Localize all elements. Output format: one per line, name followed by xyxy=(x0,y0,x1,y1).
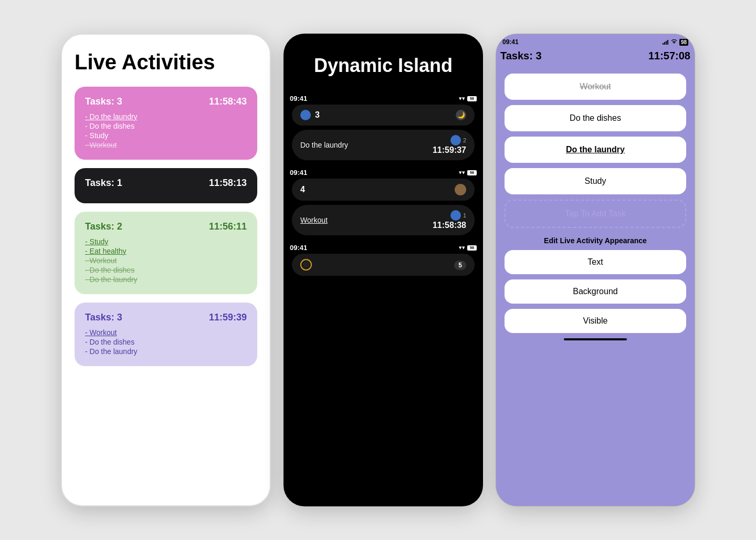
status-bar-2: 09:41 ▾▾ 98 xyxy=(284,167,483,179)
status-bar-1: 09:41 ▾▾ 98 xyxy=(284,92,483,105)
dark-time-label: 11:58:13 xyxy=(209,178,247,189)
dot-icon-blue-2 xyxy=(450,135,461,146)
task-button-laundry[interactable]: Do the laundry xyxy=(505,137,686,163)
appearance-button-visible-label: Visible xyxy=(583,316,608,325)
task-button-label-dishes: Do the dishes xyxy=(570,113,621,122)
pill-left-task-2: Workout xyxy=(300,216,328,224)
dynamic-pill-compact-2: 4 xyxy=(292,179,475,201)
battery-icon-3: 98 xyxy=(467,245,477,251)
task-button-label-study: Study xyxy=(585,176,606,185)
list-item: - Do the laundry xyxy=(85,275,247,284)
pill-right-2 xyxy=(455,184,466,195)
pill-right-task-2: 1 11:58:38 xyxy=(433,210,466,230)
pill-left-1: 3 xyxy=(300,110,320,120)
list-item: - Eat healthy xyxy=(85,247,247,255)
screen3-clock: 11:57:08 xyxy=(648,50,690,62)
screen3-phone: 09:41 98 Tasks: 3 11:57:08 Workout D xyxy=(496,34,695,506)
list-item: - Do the dishes xyxy=(85,266,247,274)
screen3-status-time: 09:41 xyxy=(502,38,519,46)
ring-icon-1 xyxy=(300,259,312,271)
list-item: - Do the dishes xyxy=(85,338,247,346)
pill-right-1: 🌙 xyxy=(456,110,466,120)
wifi-icon-3 xyxy=(671,39,677,45)
purple-task-list: - Workout - Do the dishes - Do the laund… xyxy=(85,328,247,356)
wifi-icon-3: ▾▾ xyxy=(459,244,465,251)
task-button-study[interactable]: Study xyxy=(505,168,686,194)
add-task-label: Tap To Add Task xyxy=(565,209,626,218)
screen3-header: Tasks: 3 11:57:08 xyxy=(496,48,695,68)
dynamic-pill-expanded-2: Workout 1 11:58:38 xyxy=(292,205,475,235)
status-icons-1: ▾▾ 98 xyxy=(459,95,477,102)
activity-card-purple: Tasks: 3 11:59:39 - Workout - Do the dis… xyxy=(75,303,257,366)
pill-left-task-1: Do the laundry xyxy=(300,141,348,149)
pill-count-num-2: 1 xyxy=(463,212,466,219)
pink-tasks-label: Tasks: 3 xyxy=(85,96,122,107)
svg-rect-0 xyxy=(663,43,664,45)
appearance-button-visible[interactable]: Visible xyxy=(505,309,686,333)
list-item: - Study xyxy=(85,237,247,246)
pill-right-3: 5 xyxy=(454,260,466,269)
screen2-title: Dynamic Island xyxy=(284,34,483,92)
pill-count-2: 1 xyxy=(433,210,466,221)
list-item: - Do the laundry xyxy=(85,112,247,121)
avatar-icon-1 xyxy=(455,184,466,195)
wifi-icon-2: ▾▾ xyxy=(459,169,465,176)
dot-icon-blue-1 xyxy=(300,110,311,120)
dark-tasks-label: Tasks: 1 xyxy=(85,178,122,189)
list-item: - Study xyxy=(85,131,247,140)
green-tasks-label: Tasks: 2 xyxy=(85,221,122,232)
battery-icon-2: 98 xyxy=(467,170,477,175)
task-button-dishes[interactable]: Do the dishes xyxy=(505,105,686,131)
pill-expanded-time-1: 11:59:37 xyxy=(433,146,466,155)
battery-badge-3: 98 xyxy=(679,39,688,46)
appearance-button-text[interactable]: Text xyxy=(505,250,686,274)
purple-time-label: 11:59:39 xyxy=(209,312,247,323)
task-button-label-laundry: Do the laundry xyxy=(566,145,625,154)
svg-rect-3 xyxy=(667,40,668,45)
screen3-statusbar: 09:41 98 xyxy=(496,34,695,48)
screen3-tasks-count: Tasks: 3 xyxy=(500,50,542,62)
appearance-button-background[interactable]: Background xyxy=(505,279,686,304)
pill-task-text-2: Workout xyxy=(300,216,328,224)
purple-tasks-label: Tasks: 3 xyxy=(85,312,122,323)
pill-count-1: 2 xyxy=(433,135,466,146)
pill-count-num-1: 2 xyxy=(463,137,466,143)
list-item: - Do the laundry xyxy=(85,347,247,356)
activity-card-dark: Tasks: 1 11:58:13 xyxy=(75,168,257,203)
moon-icon-1: 🌙 xyxy=(456,110,466,120)
number-bubble-1: 5 xyxy=(454,261,466,270)
pill-right-task-1: 2 11:59:37 xyxy=(433,135,466,155)
signal-icon xyxy=(663,39,669,45)
status-icons-3: ▾▾ 98 xyxy=(459,244,477,251)
pill-task-text-1: Do the laundry xyxy=(300,141,348,149)
battery-icon: 98 xyxy=(467,96,477,101)
svg-rect-1 xyxy=(664,42,665,45)
task-button-workout[interactable]: Workout xyxy=(505,74,686,100)
list-item: - Workout xyxy=(85,328,247,337)
home-indicator xyxy=(564,338,627,340)
screen3-status-icons: 98 xyxy=(663,39,688,46)
status-icons-2: ▾▾ 98 xyxy=(459,169,477,176)
pill-expanded-time-2: 11:58:38 xyxy=(433,221,466,230)
screen3-content: Workout Do the dishes Do the laundry Stu… xyxy=(496,68,695,356)
pink-task-list: - Do the laundry - Do the dishes - Study… xyxy=(85,112,247,149)
pill-left-3 xyxy=(300,259,312,271)
dynamic-pill-expanded-1: Do the laundry 2 11:59:37 xyxy=(292,130,475,160)
pill-count-text-1: 3 xyxy=(315,110,320,120)
add-task-button[interactable]: Tap To Add Task xyxy=(505,200,686,228)
list-item: - Do the dishes xyxy=(85,122,247,130)
pill-left-2: 4 xyxy=(300,185,305,194)
screen1-title: Live Activities xyxy=(75,50,257,74)
status-time-2: 09:41 xyxy=(290,169,307,176)
status-bar-3: 09:41 ▾▾ 98 xyxy=(284,242,483,254)
green-time-label: 11:56:11 xyxy=(209,221,247,232)
screen1-phone: Live Activities Tasks: 3 11:58:43 - Do t… xyxy=(61,34,271,506)
status-time-3: 09:41 xyxy=(290,244,307,252)
status-time-1: 09:41 xyxy=(290,95,307,102)
edit-section-title: Edit Live Activity Appearance xyxy=(505,236,686,245)
green-task-list: - Study - Eat healthy - Workout - Do the… xyxy=(85,237,247,284)
wifi-icon: ▾▾ xyxy=(459,95,465,102)
list-item: - Workout xyxy=(85,256,247,265)
appearance-button-background-label: Background xyxy=(573,287,617,296)
task-button-label-workout: Workout xyxy=(580,82,611,91)
